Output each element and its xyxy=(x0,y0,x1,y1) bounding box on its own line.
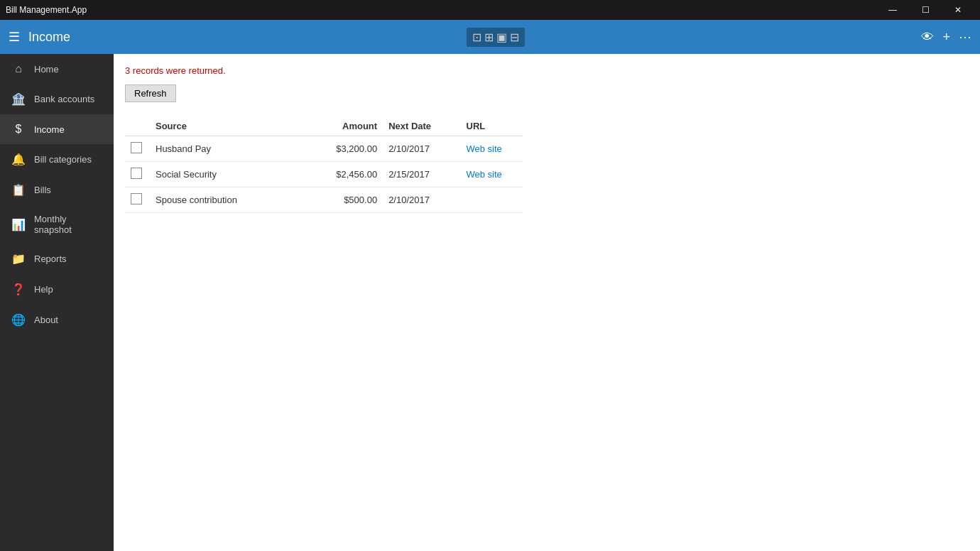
app-container: ☰ Income ⊡ ⊞ ▣ ⊟ 👁 + ⋯ ⌂ Home 🏦 Bank acc… xyxy=(0,20,980,551)
row-date-1: 2/15/2017 xyxy=(383,162,460,187)
help-icon: ❓ xyxy=(11,283,26,296)
hamburger-icon[interactable]: ☰ xyxy=(9,29,20,45)
sidebar-item-monthly-snapshot[interactable]: 📊 Monthly snapshot xyxy=(0,205,114,244)
home-icon: ⌂ xyxy=(11,62,26,75)
sidebar-label-about: About xyxy=(34,315,58,325)
web-site-link-1[interactable]: Web site xyxy=(467,169,502,180)
sidebar-label-income: Income xyxy=(34,124,65,135)
close-button[interactable]: ✕ xyxy=(942,0,974,20)
sidebar-label-reports: Reports xyxy=(34,253,67,264)
records-info: 3 records were returned. xyxy=(125,65,969,76)
minimize-button[interactable]: — xyxy=(876,0,909,20)
row-date-2: 2/10/2017 xyxy=(383,187,460,213)
row-amount-2: $500.00 xyxy=(305,187,383,213)
main-layout: ⌂ Home 🏦 Bank accounts $ Income 🔔 Bill c… xyxy=(0,54,980,551)
row-checkbox-1[interactable] xyxy=(131,168,142,179)
toolbar-icon-1[interactable]: ⊡ xyxy=(472,31,481,44)
add-icon[interactable]: + xyxy=(942,30,950,45)
income-icon: $ xyxy=(11,123,26,136)
row-checkbox-cell-2 xyxy=(125,187,150,213)
row-date-0: 2/10/2017 xyxy=(383,136,460,162)
toolbar-icon-3[interactable]: ▣ xyxy=(496,31,507,44)
sidebar-label-help: Help xyxy=(34,284,53,295)
sidebar-item-help[interactable]: ❓ Help xyxy=(0,274,114,305)
eye-icon[interactable]: 👁 xyxy=(921,30,934,45)
title-bar-left: Bill Management.App xyxy=(6,5,87,15)
sidebar-label-bank-accounts: Bank accounts xyxy=(34,94,94,104)
bills-icon: 📋 xyxy=(11,183,26,197)
title-bar-controls: — ☐ ✕ xyxy=(876,0,974,20)
row-checkbox-cell-0 xyxy=(125,136,150,162)
reports-icon: 📁 xyxy=(11,252,26,266)
header-center-icons: ⊡ ⊞ ▣ ⊟ xyxy=(467,28,525,47)
income-table: Source Amount Next Date URL Husband Pay$… xyxy=(125,116,523,213)
col-header-date: Next Date xyxy=(383,116,460,136)
row-url-1[interactable]: Web site xyxy=(461,162,523,187)
row-checkbox-2[interactable] xyxy=(131,193,142,204)
bank-icon: 🏦 xyxy=(11,92,26,106)
sidebar-label-bill-categories: Bill categories xyxy=(34,154,92,165)
content-area: 3 records were returned. Refresh Source … xyxy=(114,54,980,551)
header-right: 👁 + ⋯ xyxy=(921,29,971,45)
sidebar-label-monthly-snapshot: Monthly snapshot xyxy=(34,214,102,235)
app-header: ☰ Income ⊡ ⊞ ▣ ⊟ 👁 + ⋯ xyxy=(0,20,980,54)
row-source-0: Husband Pay xyxy=(150,136,305,162)
header-left: ☰ Income xyxy=(9,29,70,45)
sidebar: ⌂ Home 🏦 Bank accounts $ Income 🔔 Bill c… xyxy=(0,54,114,551)
sidebar-item-reports[interactable]: 📁 Reports xyxy=(0,244,114,274)
more-options-icon[interactable]: ⋯ xyxy=(959,29,971,45)
sidebar-label-home: Home xyxy=(34,64,59,75)
col-header-checkbox xyxy=(125,116,150,136)
sidebar-item-bill-categories[interactable]: 🔔 Bill categories xyxy=(0,144,114,175)
sidebar-item-income[interactable]: $ Income xyxy=(0,114,114,144)
header-title: Income xyxy=(28,30,70,45)
row-url-0[interactable]: Web site xyxy=(461,136,523,162)
toolbar-icon-2[interactable]: ⊞ xyxy=(484,31,494,44)
row-checkbox-cell-1 xyxy=(125,162,150,187)
sidebar-item-bills[interactable]: 📋 Bills xyxy=(0,175,114,205)
col-header-amount: Amount xyxy=(305,116,383,136)
col-header-url: URL xyxy=(461,116,523,136)
sidebar-item-bank-accounts[interactable]: 🏦 Bank accounts xyxy=(0,84,114,114)
row-amount-1: $2,456.00 xyxy=(305,162,383,187)
sidebar-label-bills: Bills xyxy=(34,185,51,195)
row-source-2: Spouse contribution xyxy=(150,187,305,213)
row-source-1: Social Security xyxy=(150,162,305,187)
col-header-source: Source xyxy=(150,116,305,136)
row-checkbox-0[interactable] xyxy=(131,142,142,153)
sidebar-item-home[interactable]: ⌂ Home xyxy=(0,54,114,84)
title-bar: Bill Management.App — ☐ ✕ xyxy=(0,0,980,20)
monthly-snapshot-icon: 📊 xyxy=(11,218,26,231)
table-row: Spouse contribution$500.002/10/2017 xyxy=(125,187,523,213)
row-url-2 xyxy=(461,187,523,213)
sidebar-item-about[interactable]: 🌐 About xyxy=(0,305,114,335)
row-amount-0: $3,200.00 xyxy=(305,136,383,162)
app-title: Bill Management.App xyxy=(6,5,87,15)
web-site-link-0[interactable]: Web site xyxy=(467,143,502,154)
toolbar-icon-4[interactable]: ⊟ xyxy=(510,31,519,44)
about-icon: 🌐 xyxy=(11,313,26,327)
maximize-button[interactable]: ☐ xyxy=(909,0,942,20)
refresh-button[interactable]: Refresh xyxy=(125,84,176,102)
table-row: Husband Pay$3,200.002/10/2017Web site xyxy=(125,136,523,162)
bill-categories-icon: 🔔 xyxy=(11,153,26,166)
table-row: Social Security$2,456.002/15/2017Web sit… xyxy=(125,162,523,187)
